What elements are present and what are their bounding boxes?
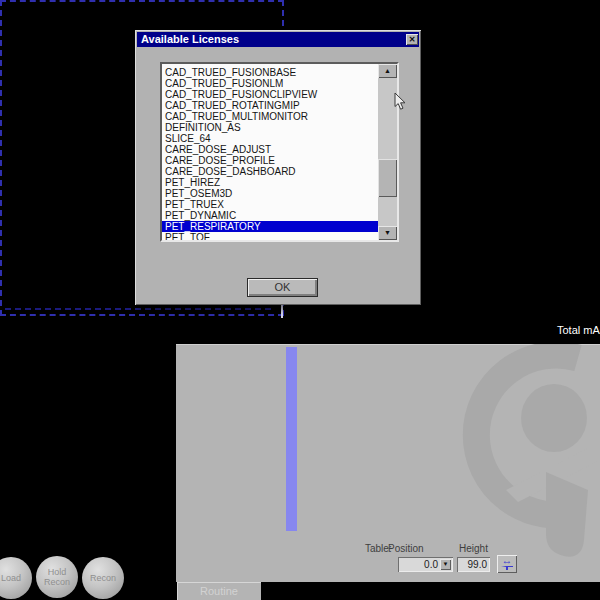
table-height-input[interactable]: 99.0 (457, 557, 490, 572)
license-item[interactable]: SLICE_64 (162, 133, 378, 144)
load-button[interactable]: Load (0, 557, 32, 599)
table-move-button[interactable]: ↔ (497, 555, 517, 573)
scroll-up-button[interactable]: ▲ (378, 64, 397, 78)
license-item[interactable]: PET_HIREZ (162, 177, 378, 188)
scroll-down-button[interactable]: ▼ (378, 226, 397, 240)
license-item[interactable]: PET_OSEM3D (162, 188, 378, 199)
ok-button[interactable]: OK (247, 278, 318, 297)
license-list: CAD_TRUED_FUSIONBASE CAD_TRUED_FUSIONLM … (162, 67, 378, 242)
license-item[interactable]: CARE_DOSE_ADJUST (162, 144, 378, 155)
table-stub-icon (506, 566, 508, 570)
license-item[interactable]: CAD_TRUED_FUSIONLM (162, 78, 378, 89)
license-listbox: CAD_TRUED_FUSIONBASE CAD_TRUED_FUSIONLM … (160, 62, 399, 242)
scrollbar-thumb[interactable] (378, 159, 397, 197)
position-label: Position (388, 543, 424, 554)
dialog-titlebar[interactable]: Available Licenses (137, 32, 419, 47)
license-item[interactable]: CAD_TRUED_FUSIONBASE (162, 67, 378, 78)
available-licenses-dialog: Available Licenses ✕ CAD_TRUED_FUSIONBAS… (135, 30, 421, 305)
license-item[interactable]: CARE_DOSE_PROFILE (162, 155, 378, 166)
recon-button-label: Recon (90, 573, 116, 583)
recon-button[interactable]: Recon (82, 557, 124, 599)
license-item[interactable]: PET_DYNAMIC (162, 210, 378, 221)
license-item[interactable]: CARE_DOSE_DASHBOARD (162, 166, 378, 177)
license-item[interactable]: PET_TRUEX (162, 199, 378, 210)
load-button-label: Load (1, 573, 21, 583)
table-move-arrows-icon: ↔ (497, 555, 517, 566)
scanner-ui-screen: Total mAs Table: Position Height 0.0 ▼ 9… (0, 0, 600, 600)
total-mas-label: Total mAs (557, 324, 600, 336)
exam-parameter-panel: Table: Position Height 0.0 ▼ 99.0 ↔ (176, 344, 600, 582)
dialog-close-button[interactable]: ✕ (406, 34, 418, 45)
height-label: Height (459, 543, 488, 554)
position-dropdown-button[interactable]: ▼ (440, 559, 451, 570)
scan-range-bar[interactable] (286, 347, 297, 531)
license-item[interactable]: CAD_TRUED_MULTIMONITOR (162, 111, 378, 122)
license-item[interactable]: DEFINITION_AS (162, 122, 378, 133)
license-item[interactable]: CAD_TRUED_ROTATINGMIP (162, 100, 378, 111)
chevron-down-icon: ▼ (443, 561, 449, 567)
mouse-cursor-icon (394, 92, 407, 111)
hold-recon-label-line2: Recon (44, 577, 70, 587)
license-list-scrollbar[interactable]: ▲ ▼ (378, 64, 397, 240)
hold-recon-button[interactable]: Hold Recon (36, 556, 78, 598)
license-item-selected[interactable]: PET_RESPIRATORY (162, 221, 378, 232)
scroll-up-icon: ▲ (384, 67, 391, 74)
scroll-down-icon: ▼ (384, 229, 391, 236)
scan-region-inner-dashed-line (5, 308, 271, 310)
license-item[interactable]: CAD_TRUED_FUSIONCLIPVIEW (162, 89, 378, 100)
tab-routine[interactable]: Routine (177, 582, 261, 600)
close-icon: ✕ (409, 35, 416, 44)
hold-recon-label-line1: Hold (48, 567, 67, 577)
dialog-title: Available Licenses (141, 33, 239, 45)
license-item[interactable]: PET_TOF (162, 232, 378, 242)
